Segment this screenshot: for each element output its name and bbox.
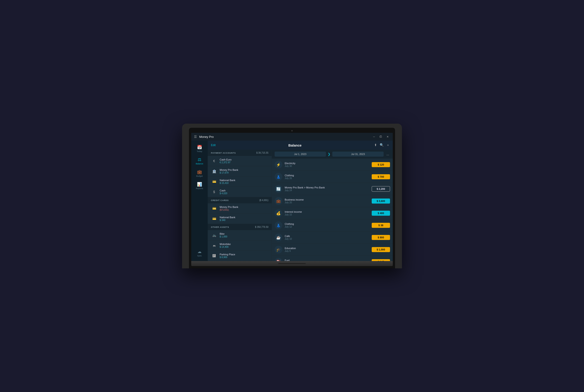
sidebar-item-budget[interactable]: 💼 Budget <box>191 167 208 180</box>
title-bar: ☰ Money Pro ─ ⧠ ✕ <box>191 133 393 140</box>
tx-date-4: July 15 <box>285 214 372 216</box>
money-pro-bank-name: Money Pro Bank <box>220 168 268 171</box>
cc-national-balance: $ 340 <box>220 219 268 222</box>
cc-money-pro-name: Money Pro Bank <box>220 206 268 208</box>
tx-amount-6: $ 800 <box>372 235 390 240</box>
other-assets-title: OTHER ASSETS <box>211 226 229 228</box>
account-cc-money-pro-info: Money Pro Bank ($ 5,031) <box>220 206 268 211</box>
date-from-button[interactable]: Jul 1, 2023 <box>274 152 326 156</box>
credit-cards-total: ($ 4,691) <box>259 199 268 202</box>
money-pro-bank-balance: $ 17,679 <box>220 172 268 174</box>
tx-date-2: July 24 <box>285 189 372 192</box>
cash-euro-name: Cash Euro <box>220 158 268 161</box>
sidebar-item-sync[interactable]: ☁ Sync <box>191 247 208 259</box>
payment-accounts-total: $ 39,715.55 <box>256 152 268 154</box>
account-bike-info: Bike $ 1,000 <box>220 232 268 238</box>
bike-icon: 🚲 <box>211 232 217 238</box>
tx-icon-6: ☕ <box>274 234 282 241</box>
transaction-item[interactable]: 💼 Business income July 20 $ 3,600 <box>272 195 393 207</box>
sidebar-item-reports[interactable]: 📊 Reports <box>191 180 208 192</box>
account-cash-info: Cash $ 4,020 <box>220 189 268 195</box>
top-bar-actions: ⬆ 🔍 ＋ <box>374 143 390 147</box>
tx-icon-0: ⚡ <box>274 161 282 168</box>
tx-date-3: July 20 <box>285 201 372 204</box>
account-cc-national[interactable]: 💳 National Bank $ 340 <box>208 214 272 224</box>
national-bank-icon: 💳 <box>211 178 217 185</box>
transaction-item[interactable]: 🎓 Education July 9 $ 1,000 <box>272 244 393 256</box>
tx-amount-0: $ 120 <box>372 162 390 167</box>
sidebar-item-today[interactable]: 📅 Today <box>191 142 208 155</box>
tx-date-6: July 10 <box>285 238 372 240</box>
cash-balance: $ 4,020 <box>220 192 268 195</box>
close-button[interactable]: ✕ <box>385 135 390 139</box>
account-cc-money-pro[interactable]: 💳 Money Pro Bank ($ 5,031) <box>208 203 272 214</box>
national-bank-balance: $ 15,410 <box>220 182 268 184</box>
sidebar-item-balance-label: Balance <box>196 162 203 165</box>
account-motorbike-info: Motorbike $ 14,400 <box>220 243 268 248</box>
credit-cards-header: CREDIT CARDS ($ 4,691) <box>208 197 272 203</box>
menu-icon[interactable]: ☰ <box>194 135 197 138</box>
tx-amount-8: $ 247 <box>372 259 390 261</box>
sidebar-item-sync-label: Sync <box>197 254 202 257</box>
sidebar-item-reports-label: Reports <box>196 187 203 190</box>
account-parking[interactable]: 🅿 Parking Place $ 8,900 <box>208 251 272 261</box>
minimize-button[interactable]: ─ <box>372 135 376 139</box>
cash-euro-balance: € 2,372.97 <box>220 161 268 164</box>
search-icon[interactable]: 🔍 <box>380 143 384 147</box>
account-bike[interactable]: 🚲 Bike $ 1,000 <box>208 230 272 240</box>
tx-info-6: Cafe July 10 <box>285 235 372 240</box>
sidebar-item-balance[interactable]: ⚖ Balance <box>191 155 208 167</box>
tx-info-1: Clothing July 26 <box>285 174 372 180</box>
tx-name-8: Fuel <box>285 259 372 261</box>
window-controls: ─ ⧠ ✕ <box>372 135 390 139</box>
tx-icon-1: 👗 <box>274 173 282 181</box>
transaction-item[interactable]: 👗 Clothing July 26 $ 700 <box>272 171 393 183</box>
export-icon[interactable]: ⬆ <box>374 143 377 147</box>
main-content: Edit Balance ⬆ 🔍 ＋ <box>208 140 393 261</box>
sidebar-item-budget-label: Budget <box>196 175 203 177</box>
transaction-item[interactable]: 👗 Clothing July 12 $ 38 <box>272 219 393 232</box>
date-to-button[interactable]: Jul 31, 2023 <box>332 152 384 156</box>
tx-info-7: Education July 9 <box>285 247 372 252</box>
transaction-item[interactable]: ⚡ Electricity July 30 $ 120 <box>272 159 393 171</box>
other-assets-header: OTHER ASSETS $ 350,776.50 <box>208 224 272 230</box>
transaction-item[interactable]: 💰 Interest income July 15 $ 400 <box>272 207 393 219</box>
tx-date-5: July 12 <box>285 226 372 228</box>
edit-button[interactable]: Edit <box>211 144 216 147</box>
tx-icon-2: 🔄 <box>274 185 282 193</box>
app-title: Money Pro <box>199 135 372 138</box>
reports-icon: 📊 <box>197 182 202 187</box>
tx-name-2: Money Pro Bank > Money Pro Bank <box>285 186 372 189</box>
tx-amount-1: $ 700 <box>372 174 390 179</box>
account-cash[interactable]: $ Cash $ 4,020 <box>208 187 272 197</box>
tx-icon-7: 🎓 <box>274 246 282 254</box>
tx-date-7: July 9 <box>285 250 372 252</box>
transactions-panel: Jul 1, 2023 ❯ Jul 31, 2023 ... ⚡ Electri… <box>272 150 393 261</box>
tx-info-2: Money Pro Bank > Money Pro Bank July 24 <box>285 186 372 192</box>
tx-date-1: July 26 <box>285 177 372 180</box>
tx-name-7: Education <box>285 247 372 250</box>
tx-icon-4: 💰 <box>274 209 282 217</box>
transaction-list: ⚡ Electricity July 30 $ 120 👗 Clothing J… <box>272 159 393 261</box>
add-icon[interactable]: ＋ <box>386 143 390 147</box>
account-motorbike[interactable]: 🏍 Motorbike $ 14,400 <box>208 240 272 251</box>
date-more-button[interactable]: ... <box>386 152 390 156</box>
bike-name: Bike <box>220 232 268 235</box>
tx-amount-5: $ 38 <box>372 223 390 228</box>
budget-icon: 💼 <box>197 170 202 174</box>
tx-amount-7: $ 1,000 <box>372 247 390 252</box>
cash-euro-icon: € <box>211 158 217 164</box>
account-national-bank[interactable]: 💳 National Bank $ 15,410 <box>208 176 272 187</box>
account-cash-euro[interactable]: € Cash Euro € 2,372.97 <box>208 156 272 166</box>
account-money-pro-bank[interactable]: 🏦 Money Pro Bank $ 17,679 <box>208 166 272 176</box>
maximize-button[interactable]: ⧠ <box>378 135 384 139</box>
payment-accounts-title: PAYMENT ACCOUNTS <box>211 152 236 154</box>
transaction-item[interactable]: 🔄 Money Pro Bank > Money Pro Bank July 2… <box>272 183 393 195</box>
camera <box>291 130 293 132</box>
laptop-container: ☰ Money Pro ─ ⧠ ✕ 📅 Today ⚖ <box>182 124 402 268</box>
other-assets-total: $ 350,776.50 <box>255 226 268 228</box>
transaction-item[interactable]: ☕ Cafe July 10 $ 800 <box>272 232 393 244</box>
cc-national-name: National Bank <box>220 216 268 219</box>
tx-amount-4: $ 400 <box>372 211 390 216</box>
transaction-item[interactable]: ⛽ Fuel July 7 $ 247 <box>272 256 393 261</box>
